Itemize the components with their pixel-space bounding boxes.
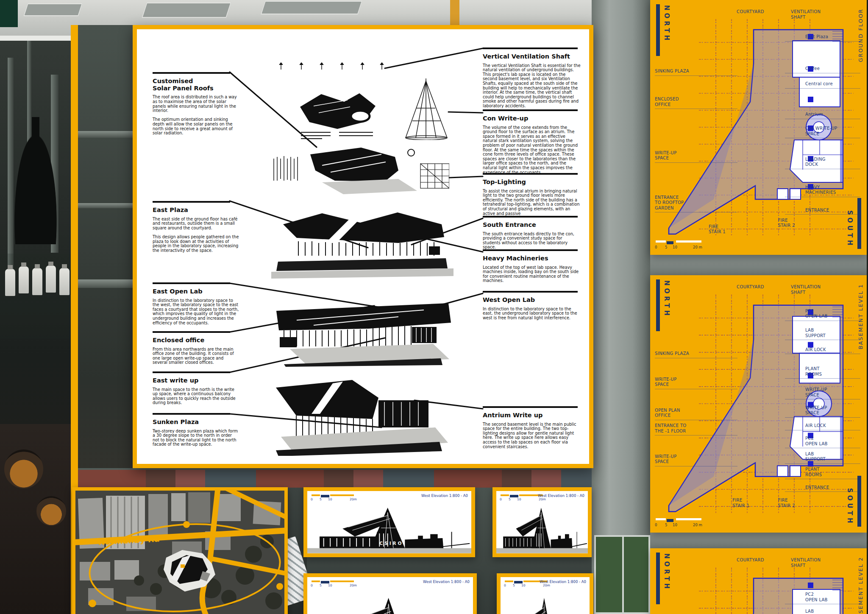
presentation-board[interactable]: Customised Solar Panel Roofs The roof ar… bbox=[133, 25, 593, 468]
heading-rule bbox=[483, 47, 578, 49]
text-block: Enclosed office From this area northward… bbox=[153, 331, 239, 365]
elevation-panel-3[interactable]: 0 5 10 20m West Elevation 1:800 - A0 bbox=[303, 573, 477, 614]
block-heading: East Open Lab bbox=[153, 288, 239, 295]
heading-rule bbox=[153, 201, 230, 203]
north-label: NORTH bbox=[663, 5, 670, 43]
elevation-panel-4[interactable]: 0 5 10 20m West Elevation 1:800 - A0 bbox=[497, 573, 593, 614]
text-block: East Open Lab In distinction to the labo… bbox=[153, 282, 239, 325]
heading-rule bbox=[153, 282, 230, 284]
green-window bbox=[594, 535, 650, 614]
plan-label: FIRE STAIR 2 bbox=[778, 218, 795, 229]
plan-label: FIRE STAIR 1 bbox=[732, 498, 749, 508]
heading-rule bbox=[483, 109, 578, 111]
plan-label: AIR LOCK bbox=[805, 423, 864, 429]
ceiling-panel bbox=[23, 3, 83, 16]
wall-pillar bbox=[592, 0, 650, 614]
plan-label: FIRE STAIR 2 bbox=[778, 498, 795, 508]
pipe bbox=[78, 203, 133, 208]
north-label: NORTH bbox=[663, 280, 670, 318]
text-block: Top-Lighting To assist the conical atriu… bbox=[483, 173, 581, 216]
scene-viewport: Customised Solar Panel Roofs The roof ar… bbox=[0, 0, 868, 614]
plan-label: Coffee bbox=[805, 66, 864, 72]
block-body: Located of the top of west lab space. He… bbox=[483, 265, 581, 283]
block-body: The vertical Ventilation Shaft is essent… bbox=[483, 64, 581, 109]
plan-label: WRITE-UP SPACE bbox=[655, 454, 705, 465]
text-block: Vertical Ventilation Shaft The vertical … bbox=[483, 47, 581, 109]
plan-label: Central core bbox=[805, 81, 864, 87]
heading-rule bbox=[483, 291, 578, 293]
wall-gap bbox=[650, 533, 867, 548]
block-heading: East Plaza bbox=[153, 207, 239, 214]
plan-label: ENCLOSED OFFICE bbox=[655, 97, 705, 107]
elevation-scale-bar: 0 5 10 20m bbox=[312, 580, 358, 587]
block-body: The second basement level is the main pu… bbox=[483, 422, 581, 449]
plan-label: PC2 OPEN LAB bbox=[805, 592, 864, 603]
text-block: West Open Lab In distinction to the labo… bbox=[483, 291, 581, 320]
heading-rule bbox=[483, 173, 578, 175]
floor-plan-panel-basement2[interactable]: NORTH BASEMENT LEVEL 2 COURTYARD VENTILA… bbox=[650, 548, 867, 614]
plan-label: SINKING PLAZA bbox=[655, 351, 705, 357]
heading-rule bbox=[483, 406, 578, 408]
elevation-panel-1[interactable]: 0 5 10 20m West Elevation 1:800 - A0 CSI… bbox=[303, 487, 475, 557]
ventilation-shaft-label: VENTILATION SHAFT bbox=[791, 285, 821, 295]
elevation-scale-bar: 0 5 10 20m bbox=[312, 494, 358, 501]
block-body: The east side of the ground floor has ca… bbox=[153, 217, 239, 253]
block-heading: Heavy Machineries bbox=[483, 255, 581, 262]
ventilation-shaft-label: VENTILATION SHAFT bbox=[791, 558, 821, 568]
bottle bbox=[32, 268, 42, 295]
text-block: East Plaza The east side of the ground f… bbox=[153, 201, 239, 253]
elevation-panel-2[interactable]: 0 5 10 20m West Elevation 1:800 - A0 bbox=[492, 487, 592, 557]
block-heading: Con Write-up bbox=[483, 115, 581, 122]
block-body: The south entrance leads directly to the… bbox=[483, 232, 581, 250]
plan-label: WRITE-UP SPACE bbox=[805, 387, 864, 398]
block-heading: South Entrance bbox=[483, 221, 581, 229]
block-heading: Sunken Plaza bbox=[153, 419, 239, 426]
courtyard-label: COURTYARD bbox=[737, 9, 764, 15]
dark-doorway bbox=[0, 0, 18, 27]
axonometric-drawing-roof bbox=[297, 85, 381, 140]
south-bar bbox=[857, 198, 861, 249]
axonometric-drawing-upper bbox=[271, 140, 449, 195]
block-heading: Top-Lighting bbox=[483, 179, 581, 186]
north-bar bbox=[656, 4, 660, 56]
heading-rule bbox=[153, 72, 230, 74]
south-label: SOUTH bbox=[846, 488, 854, 526]
plan-label: FIRE STAIR 1 bbox=[709, 224, 726, 235]
heading-rule bbox=[483, 249, 578, 251]
plan-label: LAB SUPPORT bbox=[805, 609, 864, 614]
block-heading: East write up bbox=[153, 377, 239, 384]
elevation-drawing bbox=[307, 594, 473, 614]
heading-rule bbox=[153, 371, 230, 373]
plan-label: Antrium bbox=[805, 112, 864, 117]
heading-rule bbox=[153, 331, 230, 333]
plan-label: ENTRANCE bbox=[805, 485, 864, 491]
plan-label: LOADING DOCK bbox=[805, 157, 864, 167]
block-heading: Antrium Write up bbox=[483, 412, 581, 419]
plan-label: WRITE-UP SPACE bbox=[805, 405, 864, 416]
south-bar bbox=[857, 476, 861, 527]
ceiling-panel bbox=[261, 1, 362, 14]
block-body: In distinction to the laboratory space t… bbox=[483, 307, 581, 321]
heading-rule bbox=[483, 216, 578, 218]
cone-drawing bbox=[404, 78, 448, 140]
ventilation-shaft-label: VENTILATION SHAFT bbox=[791, 9, 821, 20]
text-block: Customised Solar Panel Roofs The roof ar… bbox=[153, 72, 239, 136]
north-bar bbox=[656, 553, 660, 604]
text-block: Antrium Write up The second basement lev… bbox=[483, 406, 581, 449]
site-map-panel[interactable]: Normanby Rd bbox=[72, 487, 288, 614]
floor-plan-panel-basement1[interactable]: NORTH BASEMENT LEVEL 1 COURTYARD VENTILA… bbox=[650, 275, 867, 533]
pipe bbox=[78, 131, 133, 138]
plan-label: PLANT ROOMS bbox=[805, 366, 864, 377]
bottle bbox=[19, 266, 29, 293]
block-heading: Vertical Ventilation Shaft bbox=[483, 53, 581, 60]
floor-plan-panel-ground[interactable]: NORTH GROUND FLOOR COURTYARD VENTILATION… bbox=[650, 0, 867, 255]
plan-label: OPEN PLAN OFFICE bbox=[655, 408, 705, 419]
block-body: From this area northwards are the main o… bbox=[153, 347, 239, 365]
elevation-drawing: CSIRO bbox=[307, 505, 471, 553]
plan-label: LAB SUPPORT bbox=[805, 328, 864, 338]
plan-label: ENTRANCE TO THE -1 FLOOR bbox=[655, 423, 705, 434]
bottle bbox=[59, 268, 70, 295]
courtyard-label: COURTYARD bbox=[737, 558, 764, 563]
plan-label: ENTRANCE bbox=[805, 208, 864, 213]
courtyard-label: COURTYARD bbox=[737, 285, 764, 290]
